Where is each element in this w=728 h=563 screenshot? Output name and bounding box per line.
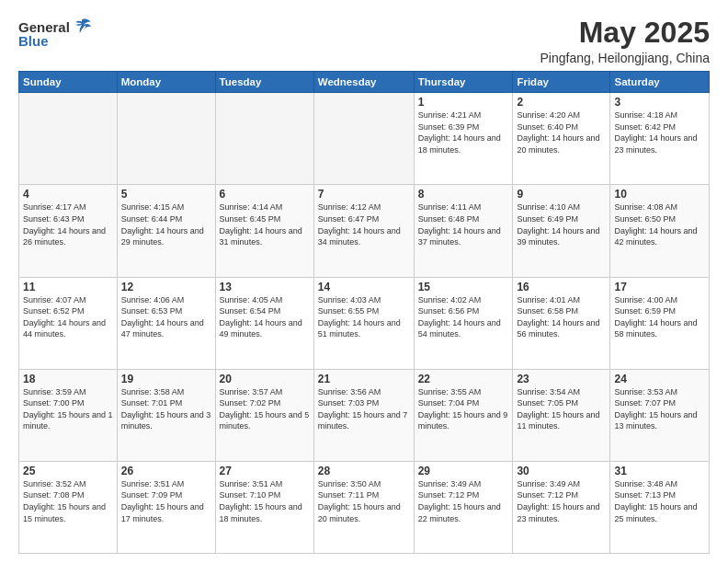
calendar-day-cell: 8Sunrise: 4:11 AMSunset: 6:48 PMDaylight… (414, 185, 513, 277)
weekday-header: Friday (513, 72, 610, 93)
day-number: 11 (23, 281, 113, 293)
day-number: 28 (318, 465, 410, 477)
day-info: Sunrise: 4:20 AMSunset: 6:40 PMDaylight:… (517, 109, 606, 155)
day-number: 2 (517, 96, 606, 109)
calendar-day-cell: 10Sunrise: 4:08 AMSunset: 6:50 PMDayligh… (610, 185, 710, 277)
day-info: Sunrise: 4:01 AMSunset: 6:58 PMDaylight:… (517, 294, 606, 340)
day-number: 5 (121, 188, 211, 201)
day-info: Sunrise: 3:51 AMSunset: 7:09 PMDaylight:… (121, 478, 211, 524)
day-number: 19 (121, 373, 211, 385)
title-block: May 2025 Pingfang, Heilongjiang, China (540, 17, 710, 65)
weekday-header: Thursday (414, 72, 513, 93)
calendar-day-cell: 27Sunrise: 3:51 AMSunset: 7:10 PMDayligh… (215, 461, 313, 553)
day-number: 1 (418, 96, 509, 109)
weekday-header: Tuesday (215, 72, 313, 93)
calendar-table: SundayMondayTuesdayWednesdayThursdayFrid… (18, 71, 710, 554)
day-info: Sunrise: 4:07 AMSunset: 6:52 PMDaylight:… (23, 294, 113, 340)
calendar-day-cell: 4Sunrise: 4:17 AMSunset: 6:43 PMDaylight… (19, 185, 118, 277)
day-info: Sunrise: 4:03 AMSunset: 6:55 PMDaylight:… (318, 294, 410, 340)
day-number: 26 (121, 465, 211, 477)
calendar-week-row: 4Sunrise: 4:17 AMSunset: 6:43 PMDaylight… (19, 185, 710, 277)
calendar-day-cell: 12Sunrise: 4:06 AMSunset: 6:53 PMDayligh… (117, 277, 215, 369)
day-info: Sunrise: 3:52 AMSunset: 7:08 PMDaylight:… (23, 478, 113, 524)
calendar-day-cell: 13Sunrise: 4:05 AMSunset: 6:54 PMDayligh… (215, 277, 313, 369)
calendar-day-cell: 25Sunrise: 3:52 AMSunset: 7:08 PMDayligh… (19, 461, 118, 553)
month-title: May 2025 (540, 17, 710, 49)
calendar-day-cell: 23Sunrise: 3:54 AMSunset: 7:05 PMDayligh… (513, 369, 610, 461)
calendar-day-cell: 22Sunrise: 3:55 AMSunset: 7:04 PMDayligh… (414, 369, 513, 461)
day-number: 21 (318, 373, 410, 385)
calendar-day-cell: 14Sunrise: 4:03 AMSunset: 6:55 PMDayligh… (313, 277, 414, 369)
calendar-day-cell: 29Sunrise: 3:49 AMSunset: 7:12 PMDayligh… (414, 461, 513, 553)
day-info: Sunrise: 3:49 AMSunset: 7:12 PMDaylight:… (517, 478, 606, 524)
logo: General Blue (18, 17, 92, 49)
day-info: Sunrise: 4:11 AMSunset: 6:48 PMDaylight:… (418, 201, 509, 247)
day-number: 30 (517, 465, 606, 477)
day-number: 27 (220, 465, 310, 477)
location-title: Pingfang, Heilongjiang, China (540, 51, 710, 65)
day-info: Sunrise: 3:59 AMSunset: 7:00 PMDaylight:… (23, 386, 113, 432)
day-number: 23 (517, 373, 606, 385)
weekday-header: Monday (117, 72, 215, 93)
calendar-day-cell: 30Sunrise: 3:49 AMSunset: 7:12 PMDayligh… (513, 461, 610, 553)
day-info: Sunrise: 4:06 AMSunset: 6:53 PMDaylight:… (121, 294, 211, 340)
day-number: 31 (614, 465, 705, 477)
day-number: 22 (418, 373, 509, 385)
day-number: 10 (614, 188, 705, 201)
day-number: 4 (23, 188, 113, 201)
calendar-day-cell: 5Sunrise: 4:15 AMSunset: 6:44 PMDaylight… (117, 185, 215, 277)
calendar-day-cell: 3Sunrise: 4:18 AMSunset: 6:42 PMDaylight… (610, 93, 710, 185)
calendar-day-cell: 9Sunrise: 4:10 AMSunset: 6:49 PMDaylight… (513, 185, 610, 277)
day-number: 20 (220, 373, 310, 385)
calendar-day-cell: 20Sunrise: 3:57 AMSunset: 7:02 PMDayligh… (215, 369, 313, 461)
day-info: Sunrise: 3:50 AMSunset: 7:11 PMDaylight:… (318, 478, 410, 524)
day-number: 12 (121, 281, 211, 293)
day-info: Sunrise: 4:15 AMSunset: 6:44 PMDaylight:… (121, 201, 211, 247)
calendar-day-cell (117, 93, 215, 185)
calendar-day-cell: 24Sunrise: 3:53 AMSunset: 7:07 PMDayligh… (610, 369, 710, 461)
day-number: 24 (614, 373, 705, 385)
calendar-page: General Blue May 2025 Pingfang, Heilongj… (0, 0, 728, 563)
page-header: General Blue May 2025 Pingfang, Heilongj… (18, 17, 710, 65)
weekday-header: Saturday (610, 72, 710, 93)
day-info: Sunrise: 4:02 AMSunset: 6:56 PMDaylight:… (418, 294, 509, 340)
calendar-day-cell: 26Sunrise: 3:51 AMSunset: 7:09 PMDayligh… (117, 461, 215, 553)
day-number: 29 (418, 465, 509, 477)
calendar-day-cell (19, 93, 118, 185)
day-info: Sunrise: 4:10 AMSunset: 6:49 PMDaylight:… (517, 201, 606, 247)
day-info: Sunrise: 4:00 AMSunset: 6:59 PMDaylight:… (614, 294, 705, 340)
day-number: 6 (220, 188, 310, 201)
day-number: 14 (318, 281, 410, 293)
day-info: Sunrise: 3:54 AMSunset: 7:05 PMDaylight:… (517, 386, 606, 432)
day-number: 25 (23, 465, 113, 477)
day-info: Sunrise: 4:18 AMSunset: 6:42 PMDaylight:… (614, 109, 705, 155)
calendar-day-cell: 18Sunrise: 3:59 AMSunset: 7:00 PMDayligh… (19, 369, 118, 461)
calendar-day-cell: 6Sunrise: 4:14 AMSunset: 6:45 PMDaylight… (215, 185, 313, 277)
day-info: Sunrise: 3:56 AMSunset: 7:03 PMDaylight:… (318, 386, 410, 432)
calendar-day-cell: 19Sunrise: 3:58 AMSunset: 7:01 PMDayligh… (117, 369, 215, 461)
calendar-day-cell (215, 93, 313, 185)
day-info: Sunrise: 3:48 AMSunset: 7:13 PMDaylight:… (614, 478, 705, 524)
day-info: Sunrise: 4:21 AMSunset: 6:39 PMDaylight:… (418, 109, 509, 155)
logo-blue: Blue (18, 33, 49, 49)
day-info: Sunrise: 3:55 AMSunset: 7:04 PMDaylight:… (418, 386, 509, 432)
calendar-day-cell: 7Sunrise: 4:12 AMSunset: 6:47 PMDaylight… (313, 185, 414, 277)
calendar-header-row: SundayMondayTuesdayWednesdayThursdayFrid… (19, 72, 710, 93)
day-info: Sunrise: 3:49 AMSunset: 7:12 PMDaylight:… (418, 478, 509, 524)
day-info: Sunrise: 3:58 AMSunset: 7:01 PMDaylight:… (121, 386, 211, 432)
calendar-day-cell: 1Sunrise: 4:21 AMSunset: 6:39 PMDaylight… (414, 93, 513, 185)
day-info: Sunrise: 3:57 AMSunset: 7:02 PMDaylight:… (220, 386, 310, 432)
calendar-week-row: 25Sunrise: 3:52 AMSunset: 7:08 PMDayligh… (19, 461, 710, 553)
calendar-day-cell: 11Sunrise: 4:07 AMSunset: 6:52 PMDayligh… (19, 277, 118, 369)
calendar-day-cell: 17Sunrise: 4:00 AMSunset: 6:59 PMDayligh… (610, 277, 710, 369)
day-info: Sunrise: 4:05 AMSunset: 6:54 PMDaylight:… (220, 294, 310, 340)
calendar-day-cell: 21Sunrise: 3:56 AMSunset: 7:03 PMDayligh… (313, 369, 414, 461)
logo-general: General (18, 19, 70, 35)
day-info: Sunrise: 4:08 AMSunset: 6:50 PMDaylight:… (614, 201, 705, 247)
calendar-day-cell (313, 93, 414, 185)
day-info: Sunrise: 3:53 AMSunset: 7:07 PMDaylight:… (614, 386, 705, 432)
day-number: 13 (220, 281, 310, 293)
calendar-week-row: 1Sunrise: 4:21 AMSunset: 6:39 PMDaylight… (19, 93, 710, 185)
weekday-header: Sunday (19, 72, 118, 93)
day-number: 18 (23, 373, 113, 385)
